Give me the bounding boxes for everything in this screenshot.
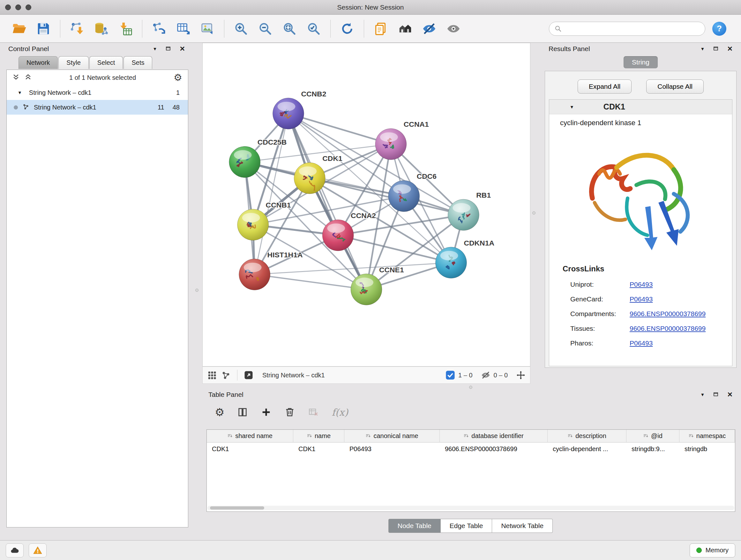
tab-sets[interactable]: Sets [124, 56, 152, 69]
table-cell[interactable]: stringdb [679, 442, 735, 455]
tab-node-table[interactable]: Node Table [388, 519, 441, 533]
collapse-panel-icon[interactable]: ▼ [700, 46, 705, 51]
expand-all-networks-icon[interactable] [12, 73, 19, 82]
column-header[interactable]: database identifier [440, 430, 548, 442]
copy-document-button[interactable] [370, 18, 391, 39]
warnings-button[interactable] [29, 543, 47, 557]
gene-header[interactable]: ▼ CDK1 [549, 100, 732, 114]
tab-edge-table[interactable]: Edge Table [441, 519, 492, 533]
collapse-all-button[interactable]: Collapse All [646, 79, 704, 94]
search-input[interactable] [565, 25, 700, 32]
network-overview-icon[interactable] [221, 370, 231, 380]
close-panel-icon[interactable]: ✕ [179, 45, 185, 53]
first-neighbors-button[interactable] [394, 18, 415, 39]
tree-expander-icon[interactable]: ▼ [17, 90, 22, 95]
selection-checkbox-icon[interactable] [446, 370, 455, 380]
collapse-all-networks-icon[interactable] [24, 73, 31, 82]
cloud-status-button[interactable] [6, 543, 23, 557]
table-hscrollbar[interactable] [207, 506, 734, 510]
tab-network[interactable]: Network [18, 56, 58, 69]
import-table-button[interactable] [115, 18, 136, 39]
export-image-button[interactable] [197, 18, 218, 39]
new-table-button[interactable] [173, 18, 194, 39]
network-canvas[interactable]: CCNB2CCNA1CDC25BCDK1CDC6RB1CCNB1CCNA2CDK… [202, 43, 530, 367]
tab-string[interactable]: String [623, 56, 658, 68]
zoom-in-button[interactable] [230, 18, 252, 39]
import-network-file-button[interactable] [66, 18, 87, 39]
column-header[interactable]: name [293, 430, 344, 442]
network-node-CCNB1[interactable]: CCNB1 [238, 201, 291, 240]
crosslink-value-link[interactable]: 9606.ENSP00000378699 [630, 310, 705, 318]
tab-style[interactable]: Style [58, 56, 88, 69]
float-panel-icon[interactable] [165, 45, 171, 53]
network-collection-row[interactable]: ▼ String Network – cdk1 1 [7, 85, 188, 100]
splitter-handle[interactable] [532, 211, 536, 214]
network-options-gear-icon[interactable]: ⚙ [174, 73, 182, 82]
show-columns-icon[interactable] [237, 407, 248, 418]
table-cell[interactable]: cyclin-dependent ... [548, 442, 626, 455]
save-session-button[interactable] [33, 18, 54, 39]
column-header[interactable]: namespac [679, 430, 735, 442]
show-all-button[interactable] [443, 18, 464, 39]
collapse-panel-icon[interactable]: ▼ [700, 392, 705, 397]
float-panel-icon[interactable] [713, 391, 719, 398]
zoom-window-button[interactable] [25, 4, 31, 10]
minimize-window-button[interactable] [15, 4, 21, 10]
table-cell[interactable]: stringdb:9... [626, 442, 679, 455]
function-builder-icon[interactable]: f(x) [332, 407, 348, 418]
float-panel-icon[interactable] [713, 45, 719, 53]
zoom-out-button[interactable] [255, 18, 276, 39]
delete-column-icon[interactable] [284, 407, 295, 418]
network-node-CCNA1[interactable]: CCNA1 [375, 120, 429, 160]
column-header[interactable]: @id [626, 430, 679, 442]
table-row[interactable]: CDK1CDK1P064939606.ENSP00000378699cyclin… [207, 442, 735, 455]
network-edge[interactable] [255, 274, 366, 290]
collapse-panel-icon[interactable]: ▼ [153, 46, 157, 51]
splitter-handle[interactable] [195, 289, 199, 292]
crosslink-value-link[interactable]: 9606.ENSP00000378699 [630, 325, 705, 332]
table-cell[interactable]: 9606.ENSP00000378699 [440, 442, 548, 455]
table-options-gear-icon[interactable]: ⚙ [215, 407, 224, 418]
close-panel-icon[interactable]: ✕ [727, 45, 733, 53]
network-node-HIST1H1A[interactable]: HIST1H1A [239, 251, 303, 290]
table-cell[interactable]: CDK1 [293, 442, 344, 455]
open-session-button[interactable] [9, 18, 30, 39]
scrollbar-thumb[interactable] [210, 506, 264, 509]
crosslink-value-link[interactable]: P06493 [630, 281, 653, 288]
help-button[interactable]: ? [712, 22, 726, 36]
apply-layout-button[interactable] [337, 18, 358, 39]
table-cell[interactable]: CDK1 [207, 442, 293, 455]
network-node-CDK1[interactable]: CDK1 [294, 154, 342, 194]
crosslink-value-link[interactable]: P06493 [630, 295, 653, 303]
network-edge[interactable] [288, 114, 366, 290]
node-label: CDC25B [258, 138, 287, 146]
hidden-eye-slash-icon[interactable] [481, 370, 490, 380]
tab-select[interactable]: Select [89, 56, 123, 69]
expand-all-button[interactable]: Expand All [578, 79, 631, 94]
crosslink-value-link[interactable]: P06493 [630, 339, 653, 347]
network-row-selected[interactable]: String Network – cdk1 11 48 [7, 100, 188, 115]
import-network-database-button[interactable] [91, 18, 112, 39]
zoom-fit-button[interactable] [279, 18, 300, 39]
splitter-handle[interactable] [469, 386, 472, 389]
network-node-CDC6[interactable]: CDC6 [388, 172, 436, 212]
pan-crosshair-icon[interactable] [516, 370, 526, 380]
column-header[interactable]: canonical name [344, 430, 440, 442]
close-panel-icon[interactable]: ✕ [727, 391, 733, 398]
column-header[interactable]: shared name [207, 430, 293, 442]
hide-selected-button[interactable] [419, 18, 440, 39]
close-window-button[interactable] [5, 4, 11, 10]
tab-network-table[interactable]: Network Table [492, 519, 553, 533]
table-cell[interactable]: P06493 [344, 442, 440, 455]
network-node-CDKN1A[interactable]: CDKN1A [435, 239, 494, 278]
zoom-selected-button[interactable] [303, 18, 324, 39]
column-header[interactable]: description [548, 430, 626, 442]
clone-network-button[interactable] [148, 18, 170, 39]
add-column-icon[interactable] [261, 407, 272, 418]
network-node-RB1[interactable]: RB1 [448, 191, 491, 231]
gene-expander-icon[interactable]: ▼ [569, 105, 574, 110]
network-edge[interactable] [288, 114, 391, 144]
export-view-icon[interactable] [244, 370, 253, 380]
grid-view-icon[interactable] [207, 370, 217, 380]
memory-button[interactable]: Memory [690, 543, 735, 557]
